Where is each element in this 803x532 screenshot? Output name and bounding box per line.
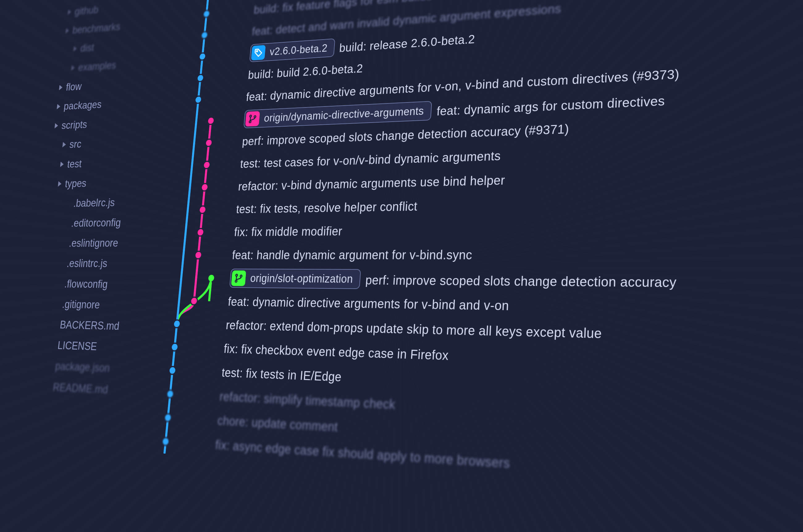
commit-node-icon <box>191 298 197 304</box>
chevron-right-icon <box>68 9 71 15</box>
tree-item-label: src <box>69 134 82 154</box>
commit-node-icon <box>206 139 212 146</box>
chevron-right-icon <box>54 123 58 129</box>
commit-graph-lane <box>187 108 245 133</box>
commit-graph-lane <box>174 244 233 267</box>
commit-graph-lane <box>179 198 237 221</box>
chevron-right-icon <box>57 104 60 109</box>
commit-graph-lane <box>158 405 219 433</box>
svg-point-1 <box>249 115 251 117</box>
commit-message: feat: dynamic directive arguments for v-… <box>228 295 510 313</box>
commit-node-icon <box>202 184 208 190</box>
commit-message: chore: update comment <box>217 414 338 434</box>
tree-item-label: examples <box>77 55 117 77</box>
commit-message-text: chore: update comment <box>217 414 338 434</box>
pill-label: origin/slot-optimization <box>250 272 353 286</box>
commit-graph-lane <box>195 21 253 46</box>
commit-graph-lane <box>170 289 229 314</box>
tree-item-label: package.json <box>54 356 111 379</box>
commit-graph-lane <box>156 429 217 457</box>
commit-message: refactor: v-bind dynamic arguments use b… <box>238 173 506 193</box>
commit-graph-lane <box>161 382 221 408</box>
commit-message: refactor: extend dom-props update skip t… <box>225 318 602 341</box>
tree-item[interactable]: types <box>47 171 173 194</box>
tree-item-label: github <box>74 0 99 21</box>
commit-node-icon <box>197 229 204 235</box>
commit-node-icon <box>174 321 180 327</box>
commit-message-text: perf: improve scoped slots change detect… <box>365 273 677 290</box>
commit-message: refactor: simplify timestamp check <box>219 390 396 412</box>
commit-node-icon <box>201 32 208 38</box>
pill-label: origin/dynamic-directive-arguments <box>263 105 424 125</box>
commit-node-icon <box>195 252 201 259</box>
commit-message: test: fix tests in IE/Edge <box>221 365 342 384</box>
tree-item[interactable]: .babelrc.js <box>45 191 172 214</box>
tree-item-label: types <box>64 173 88 194</box>
tag-icon <box>251 45 266 60</box>
commit-node-icon <box>167 391 173 397</box>
commit-message: fix: fix middle modifier <box>234 224 343 239</box>
commit-graph-lane <box>168 312 227 337</box>
commit-node-icon <box>208 118 214 124</box>
tree-item[interactable]: .eslintignore <box>40 232 168 253</box>
commit-node-icon <box>200 53 206 60</box>
tree-item-label: .flowconfig <box>63 273 109 294</box>
tree-item[interactable]: .gitignore <box>33 293 161 317</box>
commit-message: test: test cases for v-on/v-bind dynamic… <box>240 149 501 170</box>
commit-node-icon <box>200 207 206 213</box>
commit-graph-lane <box>163 359 223 384</box>
commit-graph-lane <box>176 221 235 244</box>
svg-point-0 <box>256 51 258 52</box>
tree-item-label: flow <box>65 77 82 97</box>
tree-item-label: packages <box>63 94 102 116</box>
commit-graph-lane <box>191 64 249 89</box>
git-branch-icon <box>231 270 246 286</box>
tag-pill[interactable]: v2.6.0-beta.2 <box>249 38 335 62</box>
commit-graph-lane <box>172 266 231 290</box>
commit-graph-lane <box>193 42 251 68</box>
commit-node-icon <box>208 275 214 281</box>
chevron-right-icon <box>58 181 61 187</box>
commit-message-text: test: fix tests, resolve helper conflict <box>236 199 418 215</box>
commit-message-text: test: test cases for v-on/v-bind dynamic… <box>240 149 501 170</box>
tree-item-label: test <box>66 154 82 174</box>
branch-pill[interactable]: origin/slot-optimization <box>229 269 361 289</box>
commit-message-text: refactor: extend dom-props update skip t… <box>225 318 602 341</box>
commit-message-text: feat: dynamic directive arguments for v-… <box>228 295 510 313</box>
commit-node-icon <box>204 162 210 168</box>
svg-point-2 <box>249 121 251 123</box>
svg-point-4 <box>236 274 238 276</box>
commit-message-text: build: build 2.6.0-beta.2 <box>248 62 363 81</box>
tree-item[interactable]: .editorconfig <box>42 212 170 233</box>
commit-message-text: feat: handle dynamic argument for v-bind… <box>231 248 472 262</box>
commit-node-icon <box>204 11 210 17</box>
commit-message-text: refactor: simplify timestamp check <box>219 390 396 412</box>
commit-message-text: test: fix tests in IE/Edge <box>221 365 342 384</box>
tree-item[interactable]: BACKERS.md <box>31 314 159 338</box>
commit-graph-lane <box>185 130 243 155</box>
commit-node-icon <box>171 344 178 350</box>
chevron-right-icon <box>62 142 66 148</box>
commit-node-icon <box>165 414 171 421</box>
tree-item[interactable]: .flowconfig <box>35 273 163 295</box>
tree-item[interactable]: .eslintrc.js <box>38 253 165 274</box>
commit-message-text: refactor: v-bind dynamic arguments use b… <box>238 173 506 193</box>
commit-row[interactable]: feat: handle dynamic argument for v-bind… <box>174 240 803 269</box>
chevron-right-icon <box>59 84 63 90</box>
commit-node-icon <box>197 75 204 81</box>
tree-item-label: .eslintignore <box>68 233 119 253</box>
commit-message-text: fix: fix middle modifier <box>234 224 343 239</box>
commit-node-icon <box>169 367 175 374</box>
tree-item-label: README.md <box>52 376 109 400</box>
commit-message: build: build 2.6.0-beta.2 <box>248 62 363 81</box>
svg-point-3 <box>254 116 256 118</box>
commit-message: test: fix tests, resolve helper conflict <box>236 199 418 215</box>
tree-item-label: dist <box>79 38 95 58</box>
commit-node-icon <box>163 438 169 445</box>
svg-point-6 <box>240 275 242 277</box>
chevron-right-icon <box>66 28 69 34</box>
tree-item-label: .editorconfig <box>70 212 122 233</box>
commit-message: fix: fix checkbox event edge case in Fir… <box>223 342 449 363</box>
commit-graph-lane <box>189 86 247 111</box>
commit-graph-lane <box>183 153 241 177</box>
